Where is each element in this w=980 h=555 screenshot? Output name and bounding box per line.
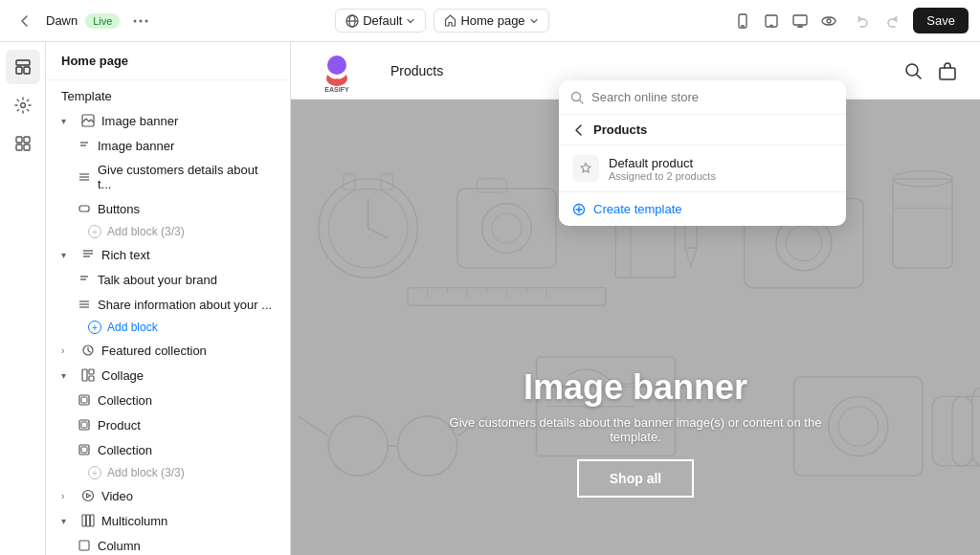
sidebar-icons xyxy=(0,42,46,555)
image-banner-add-block: + Add block (3/3) xyxy=(46,221,290,242)
tablet-preview-icon[interactable] xyxy=(758,8,785,34)
svg-rect-57 xyxy=(940,68,955,79)
collage-section[interactable]: ▾ Collage xyxy=(46,363,290,388)
undo-button[interactable] xyxy=(850,8,877,34)
store-logo: EASIFY xyxy=(314,48,360,94)
buttons-icon xyxy=(77,201,92,216)
svg-point-1 xyxy=(140,19,143,22)
share-info-child[interactable]: Share information about your ... xyxy=(46,292,290,317)
svg-rect-19 xyxy=(16,137,22,143)
svg-point-2 xyxy=(145,19,148,22)
rich-text-add-block[interactable]: + Add block xyxy=(46,317,290,338)
hero-subtitle: Give customers details about the banner … xyxy=(444,415,827,444)
image-banner-section[interactable]: ▾ Image banner xyxy=(46,108,290,133)
image-banner-child[interactable]: Image banner xyxy=(46,133,290,158)
plus-circle-icon xyxy=(572,203,586,216)
svg-point-66 xyxy=(492,213,522,243)
search-icon[interactable] xyxy=(903,61,923,80)
multicolumn-icon xyxy=(80,513,96,528)
add-block-icon-3: + xyxy=(88,466,101,479)
dropdown-template-item[interactable]: Default product Assigned to 2 products xyxy=(559,145,846,191)
topbar: Dawn Live Default Home page xyxy=(0,0,980,42)
svg-point-0 xyxy=(134,19,137,22)
svg-rect-98 xyxy=(952,396,980,465)
product-child[interactable]: Product xyxy=(46,412,290,437)
redo-button[interactable] xyxy=(879,8,905,34)
svg-rect-47 xyxy=(81,447,87,453)
add-block-icon-2: + xyxy=(88,321,101,334)
svg-point-18 xyxy=(20,103,25,108)
save-button[interactable]: Save xyxy=(913,8,969,33)
collage-item-icon-2 xyxy=(77,442,92,457)
eye-icon[interactable] xyxy=(815,8,842,34)
give-customers-child[interactable]: Give customers details about t... xyxy=(46,158,290,196)
multicolumn-section[interactable]: ▾ Multicolumn xyxy=(46,508,290,533)
search-input[interactable] xyxy=(591,90,835,104)
desktop-preview-icon[interactable] xyxy=(787,8,813,34)
settings-icon[interactable] xyxy=(6,88,40,122)
star-icon xyxy=(572,155,599,182)
svg-point-53 xyxy=(327,56,346,75)
preview-area: EASIFY Products xyxy=(291,42,980,555)
svg-point-48 xyxy=(83,491,94,501)
svg-line-101 xyxy=(580,100,584,103)
mobile-preview-icon[interactable] xyxy=(729,8,756,34)
homepage-button[interactable]: Home page xyxy=(434,9,548,33)
dropdown-back-header[interactable]: Products xyxy=(559,115,846,145)
store-icons xyxy=(903,61,957,80)
apps-icon[interactable] xyxy=(6,126,40,161)
text-icon xyxy=(77,138,92,153)
svg-line-61 xyxy=(368,229,389,238)
collection-child-1[interactable]: Collection xyxy=(46,388,290,412)
svg-rect-40 xyxy=(89,369,94,374)
dropdown-search[interactable] xyxy=(559,80,846,115)
back-chevron-icon xyxy=(572,123,586,137)
dropdown-item-text: Default product Assigned to 2 products xyxy=(609,156,833,182)
more-button[interactable] xyxy=(127,8,154,34)
text-icon-2 xyxy=(77,272,92,287)
svg-rect-81 xyxy=(893,179,952,268)
cart-icon[interactable] xyxy=(938,61,957,80)
svg-point-13 xyxy=(822,17,835,25)
svg-rect-16 xyxy=(16,67,22,74)
hero-content: Image banner Give customers details abou… xyxy=(444,367,827,498)
main-layout: Home page Template ▾ Image banner Image … xyxy=(0,42,980,555)
svg-point-68 xyxy=(328,416,388,476)
buttons-child[interactable]: Buttons xyxy=(46,196,290,221)
svg-point-65 xyxy=(482,204,532,254)
svg-rect-45 xyxy=(81,422,87,428)
featured-collection-icon xyxy=(80,343,96,358)
list-icon-2 xyxy=(77,297,92,312)
column-child[interactable]: Column xyxy=(46,533,290,555)
featured-collection-section[interactable]: › Featured collection xyxy=(46,338,290,363)
svg-point-55 xyxy=(906,64,918,76)
template-subtitle: Assigned to 2 products xyxy=(609,170,833,182)
template-title: Default product xyxy=(609,156,833,170)
nav-products[interactable]: Products xyxy=(390,63,443,78)
user-name: Dawn xyxy=(46,13,78,28)
collection-child-2[interactable]: Collection xyxy=(46,437,290,462)
product-icon xyxy=(77,417,92,433)
svg-rect-50 xyxy=(86,515,90,526)
template-label: Template xyxy=(46,84,290,108)
homepage-label: Home page xyxy=(460,13,524,28)
rich-text-section[interactable]: ▾ Rich text xyxy=(46,242,290,267)
svg-rect-17 xyxy=(24,67,30,74)
dropdown-back-label: Products xyxy=(593,122,647,137)
back-button[interactable] xyxy=(11,8,38,34)
shop-all-button[interactable]: Shop all xyxy=(577,459,694,498)
svg-rect-52 xyxy=(79,541,89,550)
globe-label: Default xyxy=(363,13,402,28)
svg-line-56 xyxy=(917,75,921,78)
svg-text:EASIFY: EASIFY xyxy=(324,86,349,93)
svg-rect-67 xyxy=(477,179,506,192)
svg-rect-99 xyxy=(972,387,980,466)
sections-icon[interactable] xyxy=(6,50,40,84)
svg-point-85 xyxy=(829,396,888,455)
video-section[interactable]: › Video xyxy=(46,483,290,508)
create-template-link[interactable]: Create template xyxy=(559,191,846,226)
talk-brand-child[interactable]: Talk about your brand xyxy=(46,267,290,292)
list-icon xyxy=(77,169,92,185)
image-banner-icon xyxy=(80,113,96,128)
globe-button[interactable]: Default xyxy=(335,9,426,33)
